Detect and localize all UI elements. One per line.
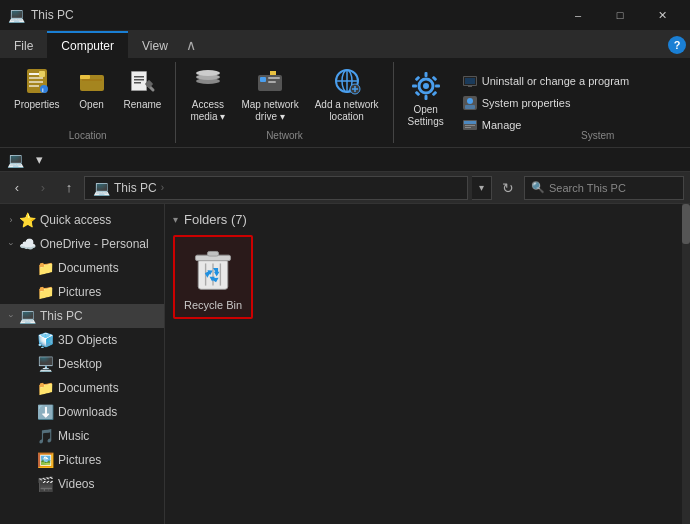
scrollbar-track[interactable] xyxy=(682,204,690,524)
svg-point-33 xyxy=(423,83,429,89)
tab-view[interactable]: View xyxy=(128,31,182,58)
documents-od-label: Documents xyxy=(58,261,119,275)
ribbon-group-network-items: Access media ▾ Map network drive ▾ xyxy=(184,62,384,130)
qa-icon-button[interactable]: 💻 xyxy=(4,150,26,170)
3d-objects-icon: 🧊 xyxy=(36,331,54,349)
ribbon-group-system: Open Settings Uninstall or change a prog… xyxy=(394,62,623,143)
svg-rect-15 xyxy=(134,82,141,84)
folders-header-text: Folders (7) xyxy=(184,212,247,227)
downloads-icon: ⬇️ xyxy=(36,403,54,421)
sidebar-item-downloads[interactable]: ⬇️ Downloads xyxy=(0,400,164,424)
path-separator: › xyxy=(161,182,164,193)
sidebar-item-documents-od[interactable]: 📁 Documents xyxy=(0,256,164,280)
open-settings-button[interactable]: Open Settings xyxy=(402,67,450,139)
search-placeholder: Search This PC xyxy=(549,182,626,194)
svg-rect-51 xyxy=(465,125,475,126)
svg-rect-2 xyxy=(29,77,43,79)
sidebar-item-documents-pc[interactable]: 📁 Documents xyxy=(0,376,164,400)
properties-button[interactable]: i Properties xyxy=(8,62,66,114)
add-network-button[interactable]: Add a network location xyxy=(309,62,385,126)
manage-label: Manage xyxy=(482,119,522,131)
svg-rect-9 xyxy=(80,75,90,79)
system-label: System xyxy=(581,130,614,143)
documents-pc-icon: 📁 xyxy=(36,379,54,397)
sidebar-item-quick-access[interactable]: › ⭐ Quick access xyxy=(0,208,164,232)
documents-pc-label: Documents xyxy=(58,381,119,395)
onedrive-arrow: › xyxy=(6,237,16,251)
ribbon-group-network: Access media ▾ Map network drive ▾ xyxy=(176,62,393,143)
close-button[interactable]: ✕ xyxy=(642,0,682,30)
map-network-icon xyxy=(254,65,286,97)
downloads-label: Downloads xyxy=(58,405,117,419)
svg-rect-45 xyxy=(468,85,472,87)
folder-grid: Recycle Bin xyxy=(173,235,682,319)
search-box[interactable]: 🔍 Search This PC xyxy=(524,176,684,200)
address-path[interactable]: 💻 This PC › xyxy=(84,176,468,200)
map-network-button[interactable]: Map network drive ▾ xyxy=(235,62,304,126)
up-button[interactable]: ↑ xyxy=(58,176,80,200)
pictures-pc-icon: 🖼️ xyxy=(36,451,54,469)
sidebar-item-onedrive[interactable]: › ☁️ OneDrive - Personal xyxy=(0,232,164,256)
recycle-bin-item[interactable]: Recycle Bin xyxy=(173,235,253,319)
minimize-button[interactable]: – xyxy=(558,0,598,30)
svg-rect-24 xyxy=(268,81,276,83)
rename-icon xyxy=(126,65,158,97)
onedrive-icon: ☁️ xyxy=(18,235,36,253)
sidebar-item-3d-objects[interactable]: 🧊 3D Objects xyxy=(0,328,164,352)
access-media-button[interactable]: Access media ▾ xyxy=(184,62,231,126)
forward-button: › xyxy=(32,176,54,200)
path-text: This PC xyxy=(114,181,157,195)
open-settings-icon xyxy=(410,70,442,102)
quick-access-arrow: › xyxy=(4,215,18,225)
path-icon: 💻 xyxy=(93,180,110,196)
quick-access-bar: 💻 ▾ xyxy=(0,148,690,172)
system-props-button[interactable]: System properties xyxy=(458,93,633,113)
sidebar-item-pictures-od[interactable]: 📁 Pictures xyxy=(0,280,164,304)
svg-rect-59 xyxy=(207,251,218,256)
uninstall-icon xyxy=(462,73,478,89)
svg-rect-48 xyxy=(465,105,475,109)
sidebar-item-music[interactable]: 🎵 Music xyxy=(0,424,164,448)
back-button[interactable]: ‹ xyxy=(6,176,28,200)
ribbon-expand-icon[interactable]: ∧ xyxy=(182,36,200,54)
section-chevron: ▾ xyxy=(173,214,178,225)
title-bar: 💻 This PC – □ ✕ xyxy=(0,0,690,30)
properties-label: Properties xyxy=(14,99,60,111)
uninstall-label: Uninstall or change a program xyxy=(482,75,629,87)
ribbon-content: i Properties Open xyxy=(0,58,690,148)
location-label: Location xyxy=(69,130,107,143)
properties-icon: i xyxy=(21,65,53,97)
address-chevron-button[interactable]: ▾ xyxy=(472,176,492,200)
svg-rect-37 xyxy=(435,84,440,87)
svg-rect-44 xyxy=(465,78,475,84)
tab-file[interactable]: File xyxy=(0,31,47,58)
uninstall-button[interactable]: Uninstall or change a program xyxy=(458,71,633,91)
ribbon-help-button[interactable]: ? xyxy=(668,36,686,54)
recycle-bin-icon-container xyxy=(187,243,239,295)
sidebar-item-pictures-pc[interactable]: 🖼️ Pictures xyxy=(0,448,164,472)
open-label: Open xyxy=(79,99,103,111)
this-pc-arrow: › xyxy=(6,309,16,323)
desktop-icon: 🖥️ xyxy=(36,355,54,373)
svg-rect-38 xyxy=(414,75,420,81)
network-label: Network xyxy=(266,130,303,143)
qa-dropdown-button[interactable]: ▾ xyxy=(28,150,50,170)
sidebar: › ⭐ Quick access › ☁️ OneDrive - Persona… xyxy=(0,204,165,524)
tab-computer[interactable]: Computer xyxy=(47,31,128,58)
sidebar-item-desktop[interactable]: 🖥️ Desktop xyxy=(0,352,164,376)
scrollbar-thumb[interactable] xyxy=(682,204,690,244)
svg-rect-13 xyxy=(134,76,144,78)
svg-point-20 xyxy=(196,70,220,76)
rename-button[interactable]: Rename xyxy=(118,62,168,114)
maximize-button[interactable]: □ xyxy=(600,0,640,30)
music-label: Music xyxy=(58,429,89,443)
window-title: This PC xyxy=(31,8,558,22)
svg-rect-41 xyxy=(431,90,437,96)
sidebar-item-videos[interactable]: 🎬 Videos xyxy=(0,472,164,496)
svg-rect-5 xyxy=(29,85,39,87)
desktop-label: Desktop xyxy=(58,357,102,371)
quick-access-label: Quick access xyxy=(40,213,111,227)
refresh-button[interactable]: ↻ xyxy=(496,176,520,200)
sidebar-item-this-pc[interactable]: › 💻 This PC xyxy=(0,304,164,328)
open-button[interactable]: Open xyxy=(70,62,114,114)
